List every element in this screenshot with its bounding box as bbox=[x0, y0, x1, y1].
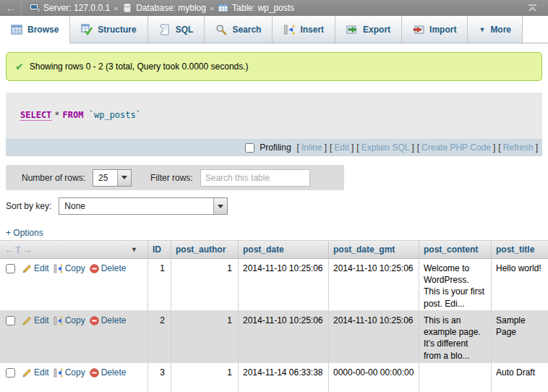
copy-label: Copy bbox=[65, 367, 85, 378]
sort-all-dropdown-icon[interactable]: ▼ bbox=[131, 246, 137, 253]
copy-row-link[interactable]: Copy bbox=[53, 263, 85, 274]
filter-rows-input[interactable] bbox=[200, 169, 310, 187]
edit-label: Edit bbox=[34, 263, 49, 274]
breadcrumb-server[interactable]: Server: 127.0.0.1 bbox=[29, 2, 110, 14]
row-checkbox[interactable] bbox=[6, 264, 15, 273]
edit-row-link[interactable]: Edit bbox=[22, 315, 49, 326]
cell-post-author: 1 bbox=[171, 311, 239, 363]
export-icon bbox=[346, 24, 358, 35]
bracket: [ bbox=[498, 142, 500, 153]
bracket: [ bbox=[417, 142, 419, 153]
tab-insert[interactable]: Insert bbox=[273, 16, 335, 43]
query-link-explain-group: [Explain SQL] bbox=[356, 142, 414, 153]
edit-query-link[interactable]: Edit bbox=[334, 142, 349, 153]
cell-id: 1 bbox=[148, 259, 171, 311]
copy-label: Copy bbox=[65, 315, 85, 326]
header-col-post-title[interactable]: post_title bbox=[492, 241, 548, 258]
delete-row-link[interactable]: Delete bbox=[90, 263, 127, 274]
tab-sql-label: SQL bbox=[176, 25, 194, 35]
column-order-icon[interactable]: ←T→ bbox=[4, 244, 33, 255]
edit-row-link[interactable]: Edit bbox=[22, 263, 49, 274]
success-check-icon: ✔ bbox=[15, 61, 24, 72]
breadcrumb-bar: ← Server: 127.0.0.1 » Database: myblog »… bbox=[0, 0, 548, 16]
rows-per-page-select[interactable]: 25 bbox=[93, 169, 132, 187]
breadcrumb-separator: » bbox=[210, 4, 214, 12]
copy-row-link[interactable]: Copy bbox=[53, 315, 85, 326]
table-row: Edit Copy Delete 2 1 2014-11-10 10:25:06… bbox=[0, 311, 548, 363]
cell-post-date-gmt: 0000-00-00 00:00:00 bbox=[329, 363, 419, 392]
chevron-down-icon: ▼ bbox=[479, 26, 485, 33]
header-col-post-author[interactable]: post_author bbox=[171, 241, 239, 258]
query-box: SELECT*FROM `wp_posts` Profiling [Inline… bbox=[6, 93, 542, 156]
delete-row-link[interactable]: Delete bbox=[90, 315, 127, 326]
delete-icon bbox=[90, 368, 99, 378]
back-arrow-icon[interactable]: ← bbox=[0, 0, 22, 16]
header-col-post-date-gmt[interactable]: post_date_gmt bbox=[329, 241, 419, 258]
database-icon bbox=[121, 2, 133, 14]
cell-post-title: Auto Draft bbox=[492, 363, 548, 392]
bracket: [ bbox=[297, 142, 299, 153]
header-col-post-date[interactable]: post_date bbox=[239, 241, 329, 258]
tab-more[interactable]: ▼ More bbox=[468, 16, 523, 43]
sql-icon bbox=[159, 24, 171, 35]
delete-row-link[interactable]: Delete bbox=[90, 367, 127, 378]
tab-export[interactable]: Export bbox=[335, 16, 402, 43]
sql-query-text: SELECT*FROM `wp_posts` bbox=[6, 93, 542, 139]
bracket: ] bbox=[411, 142, 414, 153]
query-tools-bar: Profiling [Inline] [Edit] [Explain SQL] … bbox=[6, 139, 542, 156]
breadcrumb-table[interactable]: Table: wp_posts bbox=[218, 2, 294, 14]
cell-post-author: 1 bbox=[171, 363, 239, 392]
sort-by-key-select[interactable]: None bbox=[59, 197, 228, 215]
tab-import[interactable]: Import bbox=[402, 16, 468, 43]
tab-sql[interactable]: SQL bbox=[148, 16, 205, 43]
profiling-checkbox[interactable] bbox=[245, 143, 254, 153]
table-row: Edit Copy Delete 3 1 2014-11-14 06:33:38… bbox=[0, 363, 548, 392]
breadcrumb-table-label: Table: wp_posts bbox=[232, 3, 294, 13]
explain-sql-link[interactable]: Explain SQL bbox=[361, 142, 410, 153]
number-of-rows-label: Number of rows: bbox=[22, 173, 85, 183]
cell-post-author: 1 bbox=[171, 259, 239, 311]
query-link-refresh-group: [Refresh] bbox=[498, 142, 538, 153]
delete-label: Delete bbox=[101, 263, 127, 274]
copy-icon bbox=[53, 264, 63, 273]
collapse-panel-icon[interactable] bbox=[527, 4, 538, 12]
server-icon bbox=[29, 2, 40, 14]
tab-structure[interactable]: Structure bbox=[70, 16, 147, 43]
select-dropdown-button bbox=[213, 198, 227, 214]
tab-search[interactable]: Search bbox=[205, 16, 273, 43]
row-checkbox[interactable] bbox=[6, 368, 15, 378]
edit-row-link[interactable]: Edit bbox=[22, 367, 49, 378]
rows-controls-bar: Number of rows: 25 Filter rows: bbox=[6, 165, 344, 190]
cell-post-title: Sample Page bbox=[492, 311, 548, 363]
bracket: ] bbox=[325, 142, 327, 153]
bracket: [ bbox=[356, 142, 359, 153]
sql-keyword-from: FROM bbox=[63, 110, 84, 120]
rows-per-page-value: 25 bbox=[93, 170, 117, 186]
cell-post-date-gmt: 2014-11-10 10:25:06 bbox=[329, 259, 419, 311]
bracket: [ bbox=[330, 142, 332, 153]
create-php-code-link[interactable]: Create PHP Code bbox=[421, 142, 491, 153]
copy-row-link[interactable]: Copy bbox=[53, 367, 85, 378]
table-icon bbox=[218, 2, 229, 14]
inline-edit-link[interactable]: Inline bbox=[301, 142, 322, 153]
tab-search-label: Search bbox=[232, 25, 261, 35]
tab-browse[interactable]: Browse bbox=[0, 16, 70, 43]
header-col-id[interactable]: ID bbox=[148, 241, 171, 258]
select-dropdown-button bbox=[117, 170, 131, 186]
cell-post-content bbox=[419, 363, 492, 392]
success-message-text: Showing rows 0 - 2 (3 total, Query took … bbox=[30, 61, 249, 72]
pencil-icon bbox=[22, 316, 32, 325]
refresh-link[interactable]: Refresh bbox=[503, 142, 534, 153]
pencil-icon bbox=[22, 368, 32, 378]
header-col-post-content[interactable]: post_content bbox=[419, 241, 492, 258]
row-actions-cell: Edit Copy Delete bbox=[0, 259, 148, 311]
row-checkbox[interactable] bbox=[6, 316, 15, 325]
bracket: ] bbox=[351, 142, 354, 153]
edit-label: Edit bbox=[34, 315, 49, 326]
breadcrumb-database[interactable]: Database: myblog bbox=[121, 2, 206, 14]
options-toggle[interactable]: + Options bbox=[6, 228, 43, 238]
breadcrumb-separator: » bbox=[114, 4, 118, 12]
cell-post-date-gmt: 2014-11-10 10:25:06 bbox=[329, 311, 419, 363]
bracket: ] bbox=[493, 142, 495, 153]
results-table: ←T→ ▼ ID post_author post_date post_date… bbox=[0, 240, 548, 392]
